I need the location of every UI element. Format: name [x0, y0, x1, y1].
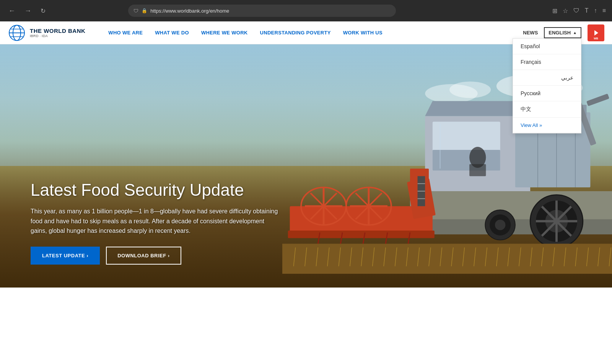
nav-where-we-work[interactable]: WHERE WE WORK — [201, 30, 248, 36]
nav-work-with-us[interactable]: WORK WITH US — [343, 30, 382, 36]
lang-option-espanol[interactable]: Español — [513, 39, 581, 54]
globe-icon — [8, 24, 26, 42]
browser-chrome: ← → ↻ 🛡 🔒 https://www.worldbank.org/en/h… — [0, 0, 612, 21]
lang-option-view-all[interactable]: View All » — [513, 118, 581, 133]
hero-description: This year, as many as 1 billion people—1… — [31, 206, 279, 236]
back-button[interactable]: ← — [6, 5, 18, 16]
svg-rect-40 — [288, 231, 435, 238]
download-brief-button[interactable]: DOWNLOAD BRIEF › — [106, 247, 181, 265]
hero-title: Latest Food Security Update — [31, 180, 279, 200]
svg-rect-26 — [586, 94, 609, 106]
language-menu: Español Français عربي Русский 中文 View Al… — [513, 38, 581, 133]
logo-subtitle: IBRD · IDA — [30, 34, 85, 38]
site-logo[interactable]: THE WORLD BANK IBRD · IDA — [8, 24, 85, 42]
lang-option-francais[interactable]: Français — [513, 54, 581, 70]
language-button[interactable]: ENGLISH ▲ — [544, 27, 581, 38]
news-link[interactable]: NEWS — [523, 30, 538, 36]
forward-button[interactable]: → — [22, 5, 34, 16]
lang-option-russian[interactable]: Русский — [513, 86, 581, 101]
svg-point-38 — [495, 220, 506, 231]
svg-point-10 — [449, 81, 491, 98]
play-icon — [592, 29, 599, 36]
svg-rect-62 — [282, 244, 612, 274]
reader-view-button[interactable]: ⊞ — [552, 7, 557, 15]
address-bar: 🛡 🔒 https://www.worldbank.org/en/home — [128, 5, 396, 17]
hero-content: Latest Food Security Update This year, a… — [31, 180, 279, 265]
lang-label: ENGLISH — [549, 30, 571, 36]
lang-option-arabic[interactable]: عربي — [513, 70, 581, 86]
logo-title: THE WORLD BANK — [30, 28, 85, 34]
reload-button[interactable]: ↻ — [38, 6, 48, 16]
bookmark-star-button[interactable]: ☆ — [563, 7, 568, 15]
share-button[interactable]: ↑ — [594, 7, 597, 14]
nav-what-we-do[interactable]: WHAT WE DO — [155, 30, 189, 36]
pocket-button[interactable]: 🛡 — [573, 7, 579, 14]
svg-rect-13 — [433, 150, 500, 171]
svg-rect-16 — [469, 164, 486, 176]
nav-understanding-poverty[interactable]: UNDERSTANDING POVERTY — [260, 30, 331, 36]
header-right: NEWS ENGLISH ▲ Español Français عربي Рус… — [523, 24, 604, 41]
wb-label: WB — [594, 37, 598, 40]
shield-icon: 🛡 — [133, 8, 138, 14]
main-nav: WHO WE ARE WHAT WE DO WHERE WE WORK UNDE… — [108, 30, 523, 36]
logo-text: THE WORLD BANK IBRD · IDA — [30, 28, 85, 38]
lang-option-chinese[interactable]: 中文 — [513, 101, 581, 118]
reading-mode-button[interactable]: T — [585, 7, 589, 14]
lock-icon: 🔒 — [142, 8, 147, 13]
language-dropdown[interactable]: ENGLISH ▲ Español Français عربي Русский … — [544, 27, 581, 38]
site-header: THE WORLD BANK IBRD · IDA WHO WE ARE WHA… — [0, 21, 612, 44]
browser-actions: ⊞ ☆ 🛡 T ↑ ≡ — [552, 7, 606, 15]
url-text[interactable]: https://www.worldbank.org/en/home — [150, 8, 391, 14]
latest-update-button[interactable]: LATEST UPDATE › — [31, 247, 100, 265]
hamburger-menu-button[interactable]: ≡ — [602, 7, 606, 14]
chevron-up-icon: ▲ — [573, 31, 577, 35]
nav-who-we-are[interactable]: WHO WE ARE — [108, 30, 143, 36]
hero-buttons: LATEST UPDATE › DOWNLOAD BRIEF › — [31, 247, 279, 265]
svg-marker-5 — [594, 30, 598, 36]
